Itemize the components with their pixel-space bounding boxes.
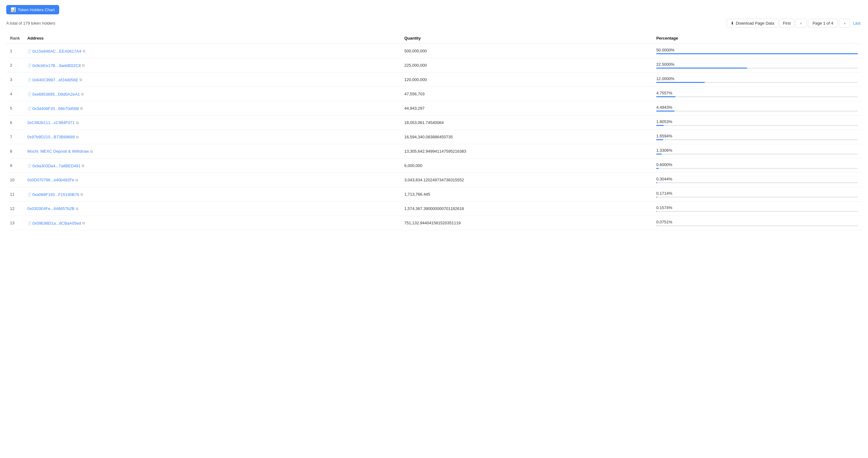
download-icon: ⬇ [731, 21, 734, 26]
percentage-bar-track [656, 196, 858, 197]
col-header-quantity: Quantity [401, 33, 653, 44]
cell-percentage: 0.1714% [652, 187, 862, 202]
percentage-bar-track [656, 139, 858, 140]
cell-address: 📄0x15e846AC...EEA0617A4⧉ [24, 44, 401, 58]
cell-address: Mochi: MEXC Deposit & Withdraw⧉ [24, 144, 401, 159]
percentage-value: 4.4943% [656, 105, 858, 110]
col-header-address: Address [24, 33, 401, 44]
address-link[interactable]: 0xC882b111...cC984F071 [27, 120, 75, 125]
percentage-value: 0.6000% [656, 162, 858, 167]
chart-button-label: Token Holders Chart [18, 7, 55, 12]
cell-rank: 12 [6, 202, 24, 216]
copy-icon[interactable]: ⧉ [80, 106, 83, 111]
address-link[interactable]: 0x9a303Da4...7a8BED491 [32, 163, 81, 168]
percentage-bar-fill [656, 182, 657, 183]
cell-address: 📄0x09E98D1a...8CBaA05ed⧉ [24, 216, 401, 230]
table-row: 8Mochi: MEXC Deposit & Withdraw⧉13,305,6… [6, 144, 862, 159]
copy-icon[interactable]: ⧉ [80, 78, 82, 82]
percentage-value: 0.3044% [656, 177, 858, 181]
summary-row: A total of 179 token holders ⬇ Download … [6, 19, 862, 28]
address-link[interactable]: 0x640C9997...ef24d056E [32, 78, 78, 82]
cell-rank: 11 [6, 187, 24, 202]
address-link[interactable]: 0x3d408F33...66b70d56B [32, 106, 79, 111]
percentage-bar-fill [656, 82, 705, 83]
address-link[interactable]: 0x15e846AC...EEA0617A4 [32, 49, 81, 54]
table-row: 60xC882b111...cC984F071⧉18,053,061.74540… [6, 116, 862, 130]
percentage-bar-fill [656, 96, 676, 97]
percentage-value: 1.3306% [656, 148, 858, 153]
address-link[interactable]: 0x97b9D210...B73B68689 [27, 134, 75, 139]
copy-icon[interactable]: ⧉ [90, 149, 93, 154]
copy-icon[interactable]: ⧉ [82, 163, 85, 168]
last-page-button[interactable]: Last [851, 19, 862, 27]
copy-icon[interactable]: ⧉ [82, 221, 85, 225]
download-button[interactable]: ⬇ Download Page Data [726, 19, 778, 28]
table-row: 5📄0x3d408F33...66b70d56B⧉44,943,2974.494… [6, 101, 862, 116]
cell-address: 0x0303E4Fe...648657b2B⧉ [24, 202, 401, 216]
percentage-bar-fill [656, 53, 858, 54]
address-link[interactable]: 0x0303E4Fe...648657b2B [27, 206, 74, 211]
address-link[interactable]: 0xa068F193...F15140B76 [32, 192, 79, 197]
top-bar: 📊 Token Holders Chart [6, 5, 862, 14]
percentage-value: 50.0000% [656, 48, 858, 52]
percentage-value: 0.0751% [656, 220, 858, 224]
percentage-bar-fill [656, 139, 663, 140]
token-holders-chart-button[interactable]: 📊 Token Holders Chart [6, 5, 59, 14]
table-row: 70x97b9D210...B73B68689⧉16,594,340.08388… [6, 130, 862, 144]
percentage-bar-fill [656, 111, 674, 112]
percentage-bar-track [656, 68, 858, 68]
percentage-bar-fill [656, 154, 661, 155]
cell-quantity: 6,000,000 [401, 159, 653, 173]
address-link[interactable]: 0x09E98D1a...8CBaA05ed [32, 221, 81, 225]
cell-percentage: 0.1574% [652, 202, 862, 216]
copy-icon[interactable]: ⧉ [83, 49, 85, 53]
percentage-value: 0.1574% [656, 205, 858, 210]
cell-percentage: 0.3044% [652, 173, 862, 187]
cell-percentage: 22.5000% [652, 58, 862, 72]
cell-quantity: 225,000,000 [401, 58, 653, 72]
copy-icon[interactable]: ⧉ [81, 92, 84, 96]
prev-page-button[interactable]: ‹ [796, 19, 807, 28]
cell-percentage: 12.0000% [652, 72, 862, 87]
cell-address: 0x0D070796...e40b492Fe⧉ [24, 173, 401, 187]
copy-icon[interactable]: ⧉ [75, 178, 78, 182]
address-link[interactable]: 0xe6853695...D8d0A2eA1 [32, 92, 80, 97]
next-page-button[interactable]: › [839, 19, 850, 28]
cell-quantity: 44,943,297 [401, 101, 653, 116]
cell-percentage: 1.6594% [652, 130, 862, 144]
cell-quantity: 16,594,340.083886450735 [401, 130, 653, 144]
table-header-row: Rank Address Quantity Percentage [6, 33, 862, 44]
copy-icon[interactable]: ⧉ [76, 135, 79, 139]
cell-rank: 7 [6, 130, 24, 144]
percentage-bar-track [656, 82, 858, 83]
cell-address: 📄0xa068F193...F15140B76⧉ [24, 187, 401, 202]
copy-icon[interactable]: ⧉ [81, 192, 83, 196]
copy-icon[interactable]: ⧉ [82, 63, 85, 68]
pagination-controls: ⬇ Download Page Data First ‹ Page 1 of 4… [726, 19, 862, 28]
address-link[interactable]: 0x0D070796...e40b492Fe [27, 178, 74, 182]
percentage-bar-track [656, 125, 858, 126]
copy-icon[interactable]: ⧉ [76, 121, 79, 125]
cell-address: 0x97b9D210...B73B68689⧉ [24, 130, 401, 144]
first-page-button[interactable]: First [779, 19, 794, 28]
copy-icon[interactable]: ⧉ [76, 207, 79, 211]
address-link[interactable]: Mochi: MEXC Deposit & Withdraw [27, 149, 89, 154]
cell-address: 📄0xe6853695...D8d0A2eA1⧉ [24, 87, 401, 101]
cell-rank: 9 [6, 159, 24, 173]
table-row: 4📄0xe6853695...D8d0A2eA1⧉47,556,7034.755… [6, 87, 862, 101]
token-holders-table: Rank Address Quantity Percentage 1📄0x15e… [6, 33, 862, 230]
doc-icon: 📄 [27, 192, 32, 196]
percentage-bar-fill [656, 68, 747, 68]
table-row: 11📄0xa068F193...F15140B76⧉1,713,766.4450… [6, 187, 862, 202]
table-row: 3📄0x640C9997...ef24d056E⧉120,000,00012.0… [6, 72, 862, 87]
table-row: 9📄0x9a303Da4...7a8BED491⧉6,000,0000.6000… [6, 159, 862, 173]
percentage-bar-track [656, 154, 858, 155]
table-row: 13📄0x09E98D1a...8CBaA05ed⧉751,132.944041… [6, 216, 862, 230]
address-link[interactable]: 0x9cbEe17B...3aebBD2C8 [32, 63, 81, 68]
cell-quantity: 18,053,061.74540064 [401, 116, 653, 130]
percentage-bar-fill [656, 196, 657, 197]
percentage-bar-fill [656, 168, 659, 169]
next-icon: › [844, 21, 845, 26]
doc-icon: 📄 [27, 106, 32, 111]
doc-icon: 📄 [27, 78, 32, 82]
